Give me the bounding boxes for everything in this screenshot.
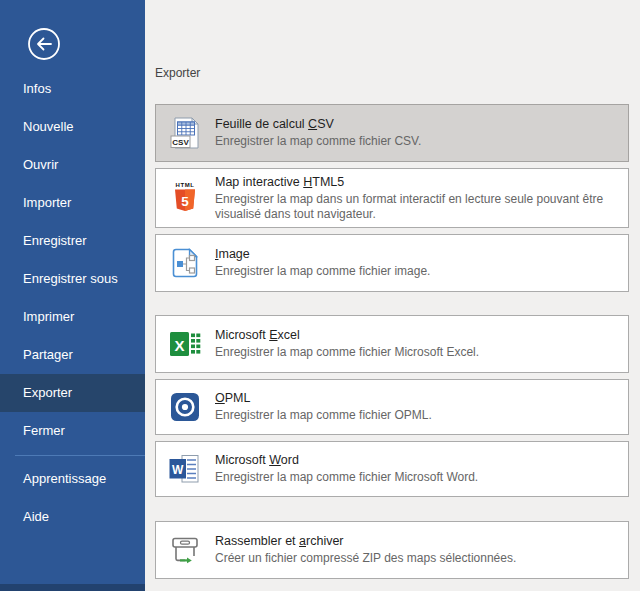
- export-option-image[interactable]: Image Enregistrer la map comme fichier i…: [155, 234, 629, 292]
- backstage-sidebar: Infos Nouvelle Ouvrir Importer Enregistr…: [0, 0, 145, 591]
- sidebar-item-aide[interactable]: Aide: [0, 498, 145, 536]
- opml-icon: [167, 389, 203, 425]
- sidebar-item-nouvelle[interactable]: Nouvelle: [0, 108, 145, 146]
- export-option-pack-and-archive[interactable]: Rassembler et archiver Créer un fichier …: [155, 521, 629, 579]
- sidebar-item-ouvrir[interactable]: Ouvrir: [0, 146, 145, 184]
- export-option-opml[interactable]: OPML Enregistrer la map comme fichier OP…: [155, 379, 629, 435]
- export-option-title: Map interactive HTML5: [215, 175, 618, 190]
- export-option-description: Enregistrer la map comme fichier Microso…: [215, 470, 478, 485]
- export-option-description: Enregistrer la map comme fichier CSV.: [215, 134, 421, 149]
- sidebar-bottom-edge: [0, 584, 145, 591]
- export-option-html5[interactable]: HTML 5 Map interactive HTML5 Enregistrer…: [155, 168, 629, 228]
- csv-spreadsheet-icon: CSV: [167, 115, 203, 151]
- export-option-description: Enregistrer la map dans un format intera…: [215, 192, 618, 221]
- excel-icon: X: [167, 326, 203, 362]
- sidebar-item-importer[interactable]: Importer: [0, 184, 145, 222]
- export-option-csv[interactable]: CSV Feuille de calcul CSV Enregistrer la…: [155, 104, 629, 162]
- html5-icon: HTML 5: [167, 180, 203, 216]
- sidebar-item-enregistrer-sous[interactable]: Enregistrer sous: [0, 260, 145, 298]
- svg-text:X: X: [174, 337, 184, 354]
- sidebar-item-exporter[interactable]: Exporter: [0, 374, 145, 412]
- svg-text:HTML: HTML: [175, 182, 194, 188]
- back-button[interactable]: [27, 27, 61, 61]
- word-icon: W: [167, 451, 203, 487]
- export-option-description: Enregistrer la map comme fichier OPML.: [215, 408, 432, 423]
- archive-box-icon: [167, 532, 203, 568]
- export-option-description: Enregistrer la map comme fichier image.: [215, 264, 430, 279]
- svg-text:5: 5: [181, 194, 189, 209]
- sidebar-item-apprentissage[interactable]: Apprentissage: [0, 460, 145, 498]
- export-option-description: Créer un fichier compressé ZIP des maps …: [215, 551, 516, 566]
- export-option-word[interactable]: W Microsoft Word Enregistrer la map comm…: [155, 441, 629, 497]
- sidebar-item-enregistrer[interactable]: Enregistrer: [0, 222, 145, 260]
- sidebar-separator: [15, 455, 145, 456]
- sidebar-item-imprimer[interactable]: Imprimer: [0, 298, 145, 336]
- image-export-icon: [167, 245, 203, 281]
- export-option-title: Rassembler et archiver: [215, 534, 516, 549]
- export-option-title: Image: [215, 247, 430, 262]
- sidebar-item-fermer[interactable]: Fermer: [0, 412, 145, 450]
- export-option-title: Feuille de calcul CSV: [215, 117, 421, 132]
- sidebar-item-infos[interactable]: Infos: [0, 70, 145, 108]
- page-title: Exporter: [155, 66, 200, 80]
- export-option-title: OPML: [215, 391, 432, 406]
- svg-text:W: W: [172, 463, 184, 477]
- back-arrow-icon: [27, 27, 61, 61]
- sidebar-item-partager[interactable]: Partager: [0, 336, 145, 374]
- export-option-title: Microsoft Word: [215, 453, 478, 468]
- export-option-description: Enregistrer la map comme fichier Microso…: [215, 345, 479, 360]
- export-option-title: Microsoft Excel: [215, 328, 479, 343]
- sidebar-menu: Infos Nouvelle Ouvrir Importer Enregistr…: [0, 70, 145, 536]
- export-option-excel[interactable]: X Microsoft Excel Enregistrer la map com…: [155, 315, 629, 373]
- svg-text:CSV: CSV: [172, 138, 189, 147]
